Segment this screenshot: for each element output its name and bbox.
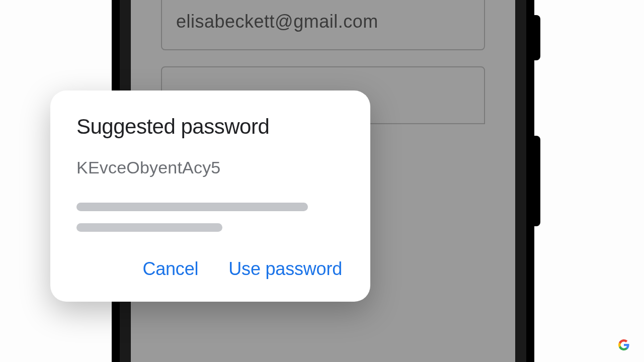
google-logo-icon <box>618 339 630 351</box>
phone-side-button-bottom <box>534 136 540 226</box>
suggested-password-dialog: Suggested password KEvceObyentAcy5 Cance… <box>50 90 370 302</box>
email-value: elisabeckett@gmail.com <box>176 11 378 32</box>
use-password-button[interactable]: Use password <box>228 258 342 280</box>
dialog-actions: Cancel Use password <box>76 258 344 282</box>
phone-side-button-top <box>534 15 540 60</box>
cancel-button[interactable]: Cancel <box>142 258 198 280</box>
dialog-title: Suggested password <box>76 115 344 139</box>
email-input[interactable]: elisabeckett@gmail.com <box>161 0 485 50</box>
description-placeholder-line <box>76 203 308 211</box>
description-placeholder-line <box>76 223 222 232</box>
suggested-password-value: KEvceObyentAcy5 <box>76 158 344 177</box>
